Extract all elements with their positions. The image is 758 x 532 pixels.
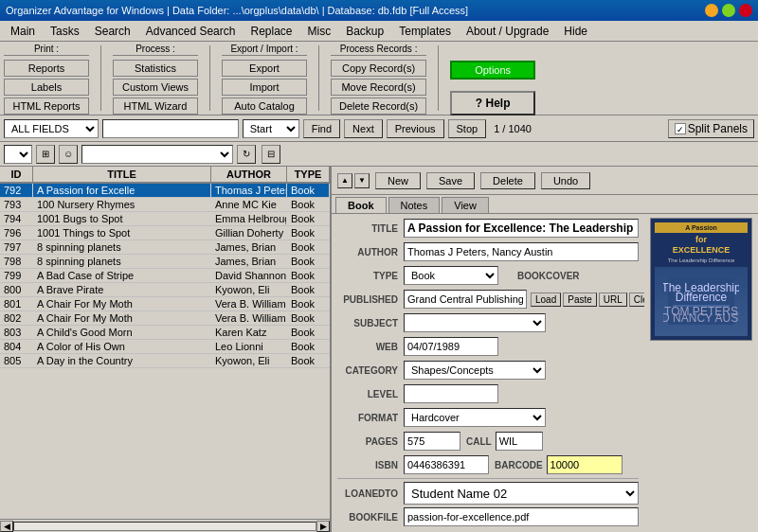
labels-button[interactable]: Labels bbox=[4, 79, 89, 96]
type-label: TYPE bbox=[337, 271, 404, 281]
move-records-button[interactable]: Move Record(s) bbox=[331, 79, 426, 96]
author-input[interactable] bbox=[404, 242, 639, 261]
load-button[interactable]: Load bbox=[531, 293, 561, 307]
nav-up-btn[interactable]: ▲ bbox=[337, 173, 352, 188]
auto-catalog-button[interactable]: Auto Catalog bbox=[222, 98, 307, 115]
condition-select[interactable]: Start bbox=[243, 119, 299, 138]
left-panel: ID TITLE AUTHOR TYPE 792 A Passion for E… bbox=[0, 167, 332, 532]
smiley-icon[interactable]: ☺ bbox=[59, 145, 78, 164]
custom-views-button[interactable]: Custom Views bbox=[113, 79, 198, 96]
col-author[interactable]: AUTHOR bbox=[211, 167, 287, 182]
cell-type: Book bbox=[287, 297, 330, 310]
table-row[interactable]: 804 A Color of His Own Leo Lionni Book bbox=[0, 340, 330, 354]
maximize-button[interactable] bbox=[722, 4, 735, 17]
menu-about[interactable]: About / Upgrade bbox=[460, 22, 555, 41]
options-button[interactable]: Options bbox=[450, 61, 535, 80]
menu-hide[interactable]: Hide bbox=[557, 22, 594, 41]
horizontal-scrollbar[interactable]: ◀ ▶ bbox=[0, 519, 330, 532]
table-row[interactable]: 792 A Passion for Excelle Thomas J Peter… bbox=[0, 184, 330, 198]
format-select[interactable]: Hardcover bbox=[404, 408, 546, 427]
subject-select[interactable] bbox=[404, 313, 546, 332]
isbn-input[interactable] bbox=[404, 455, 489, 474]
help-button[interactable]: ? Help bbox=[450, 91, 535, 115]
table-row[interactable]: 801 A Chair For My Moth Vera B. Williams… bbox=[0, 297, 330, 311]
delete-records-button[interactable]: Delete Record(s) bbox=[331, 98, 426, 115]
statistics-button[interactable]: Statistics bbox=[113, 60, 198, 77]
import-button[interactable]: Import bbox=[222, 79, 307, 96]
menu-main[interactable]: Main bbox=[4, 22, 42, 41]
tab-book[interactable]: Book bbox=[335, 197, 387, 213]
url-button[interactable]: URL bbox=[599, 293, 627, 307]
find-button[interactable]: Find bbox=[303, 119, 340, 138]
scroll-track[interactable] bbox=[13, 522, 316, 531]
table-row[interactable]: 793 100 Nursery Rhymes Anne MC Kie Book bbox=[0, 198, 330, 212]
category-select[interactable]: Shapes/Concepts bbox=[404, 361, 546, 380]
table-row[interactable]: 805 A Day in the Country Kyowon, Eli Boo… bbox=[0, 354, 330, 368]
web-input[interactable] bbox=[404, 337, 498, 356]
paste-button[interactable]: Paste bbox=[563, 293, 597, 307]
scroll-left-btn[interactable]: ◀ bbox=[0, 521, 13, 532]
small-select-1[interactable] bbox=[4, 145, 32, 164]
close-button[interactable] bbox=[739, 4, 752, 17]
menu-replace[interactable]: Replace bbox=[244, 22, 298, 41]
separator-1 bbox=[100, 45, 101, 111]
nav-down-btn[interactable]: ▼ bbox=[354, 173, 370, 188]
level-input[interactable] bbox=[404, 384, 498, 403]
undo-button[interactable]: Undo bbox=[541, 172, 590, 189]
table-row[interactable]: 800 A Brave Pirate Kyowon, Eli Book bbox=[0, 283, 330, 297]
previous-button[interactable]: Previous bbox=[387, 119, 444, 138]
loanedto-select[interactable]: Student Name 02 bbox=[404, 482, 639, 505]
next-button[interactable]: Next bbox=[344, 119, 383, 138]
col-title[interactable]: TITLE bbox=[33, 167, 211, 182]
menu-search[interactable]: Search bbox=[88, 22, 137, 41]
bookcover-area: A Passion forEXCELLENCE The Leadership D… bbox=[644, 214, 758, 532]
col-id[interactable]: ID bbox=[0, 167, 33, 182]
title-input[interactable] bbox=[404, 219, 639, 238]
table-row[interactable]: 802 A Chair For My Moth Vera B. Williams… bbox=[0, 311, 330, 326]
field-select[interactable]: ALL FIELDS bbox=[4, 119, 99, 138]
split-panels-button[interactable]: ✓ Split Panels bbox=[668, 119, 754, 138]
table-row[interactable]: 799 A Bad Case of Stripe David Shannon B… bbox=[0, 269, 330, 283]
save-button[interactable]: Save bbox=[426, 172, 475, 189]
clear-button[interactable]: Clear bbox=[629, 293, 644, 307]
table-row[interactable]: 798 8 spinning planets James, Brian Book bbox=[0, 255, 330, 269]
minimize-button[interactable] bbox=[705, 4, 718, 17]
search-input[interactable] bbox=[102, 119, 239, 138]
pages-input[interactable] bbox=[404, 432, 460, 451]
title-bar-text: Organizer Advantage for Windows | Data F… bbox=[6, 5, 468, 16]
export-button[interactable]: Export bbox=[222, 60, 307, 77]
bookfile-input[interactable] bbox=[404, 507, 639, 526]
nav-arrows: ▲ ▼ bbox=[337, 173, 370, 188]
tab-notes[interactable]: Notes bbox=[388, 197, 441, 213]
menu-templates[interactable]: Templates bbox=[392, 22, 458, 41]
published-input[interactable] bbox=[404, 290, 527, 309]
menu-tasks[interactable]: Tasks bbox=[44, 22, 86, 41]
tab-view[interactable]: View bbox=[442, 197, 489, 213]
copy-records-button[interactable]: Copy Record(s) bbox=[331, 60, 426, 77]
col-type[interactable]: TYPE bbox=[287, 167, 330, 182]
filter-icon[interactable]: ⊞ bbox=[36, 145, 55, 164]
table-row[interactable]: 797 8 spinning planets James, Brian Book bbox=[0, 240, 330, 255]
html-reports-button[interactable]: HTML Reports bbox=[4, 98, 89, 115]
stop-button[interactable]: Stop bbox=[448, 119, 487, 138]
new-button[interactable]: New bbox=[375, 172, 421, 189]
cell-title: A Color of His Own bbox=[33, 340, 211, 353]
menu-misc[interactable]: Misc bbox=[301, 22, 338, 41]
expand-icon[interactable]: ⊟ bbox=[262, 145, 280, 164]
menu-backup[interactable]: Backup bbox=[339, 22, 390, 41]
refresh-icon[interactable]: ↻ bbox=[237, 145, 256, 164]
reports-button[interactable]: Reports bbox=[4, 60, 89, 77]
type-select[interactable]: Book bbox=[404, 266, 498, 285]
call-input[interactable] bbox=[496, 432, 543, 451]
small-select-2[interactable] bbox=[81, 145, 233, 164]
barcode-input[interactable] bbox=[547, 455, 623, 474]
delete-button[interactable]: Delete bbox=[480, 172, 535, 189]
html-wizard-button[interactable]: HTML Wizard bbox=[113, 98, 198, 115]
menu-advanced-search[interactable]: Advanced Search bbox=[139, 22, 243, 41]
cell-title: 8 spinning planets bbox=[33, 255, 211, 268]
cell-author: Kyowon, Eli bbox=[211, 354, 287, 367]
table-row[interactable]: 794 1001 Bugs to Spot Emma Helbrough Boo… bbox=[0, 212, 330, 226]
scroll-right-btn[interactable]: ▶ bbox=[316, 521, 330, 532]
table-row[interactable]: 796 1001 Things to Spot Gillian Doherty … bbox=[0, 226, 330, 240]
table-row[interactable]: 803 A Child's Good Morn Karen Katz Book bbox=[0, 326, 330, 340]
